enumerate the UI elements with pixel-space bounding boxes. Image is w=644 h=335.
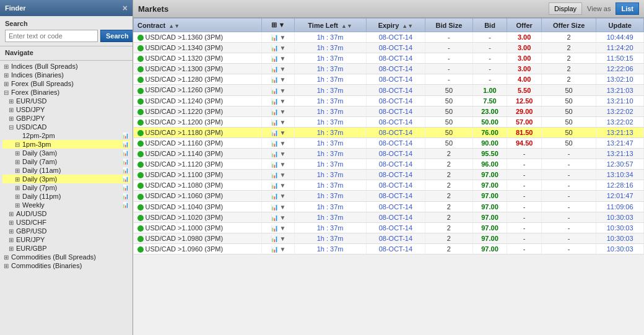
chart-col-icon[interactable]: 📊: [271, 129, 278, 136]
dropdown-icon[interactable]: ▼: [280, 66, 286, 72]
sidebar-item-daily-11am[interactable]: ⊞Daily (11am)📊: [2, 166, 130, 175]
sidebar-item-usd-cad[interactable]: ⊟USD/CAD: [2, 123, 130, 131]
sidebar-item-eur-jpy[interactable]: ⊞EUR/JPY: [2, 235, 130, 244]
cell-time-left: 1h : 37m: [294, 149, 366, 159]
sidebar-item-forex-bin[interactable]: ⊟Forex (Binaries): [2, 88, 130, 97]
table-row[interactable]: USD/CAD >1.1180 (3PM) 📊 ▼ 1h : 37m 08-OC…: [134, 127, 644, 137]
chart-col-icon[interactable]: 📊: [271, 204, 278, 211]
search-input[interactable]: [5, 30, 98, 42]
chart-col-icon[interactable]: 📊: [271, 182, 278, 189]
th-contract[interactable]: Contract ▲▼: [134, 19, 262, 32]
dropdown-icon[interactable]: ▼: [280, 108, 286, 115]
table-row[interactable]: USD/CAD >1.1200 (3PM) 📊 ▼ 1h : 37m 08-OC…: [134, 116, 644, 127]
sidebar-item-forex-bull[interactable]: ⊞Forex (Bull Spreads): [2, 79, 130, 88]
cell-expiry: 08-OCT-14: [366, 106, 425, 116]
display-button[interactable]: Display: [549, 2, 582, 15]
dropdown-icon[interactable]: ▼: [280, 87, 286, 94]
dropdown-icon[interactable]: ▼: [280, 76, 286, 83]
table-row[interactable]: USD/CAD >1.1280 (3PM) 📊 ▼ 1h : 37m 08-OC…: [134, 74, 644, 85]
dropdown-icon[interactable]: ▼: [280, 129, 286, 136]
table-row[interactable]: USD/CAD >1.1120 (3PM) 📊 ▼ 1h : 37m 08-OC…: [134, 159, 644, 170]
dropdown-icon[interactable]: ▼: [280, 225, 286, 232]
close-icon[interactable]: ×: [123, 3, 128, 13]
sidebar-item-commodities-bin[interactable]: ⊞Commodities (Binaries): [2, 261, 130, 270]
sidebar-item-indices-bull[interactable]: ⊞Indices (Bull Spreads): [2, 62, 130, 71]
expander-icon: ⊞: [15, 202, 21, 209]
table-row[interactable]: USD/CAD >1.1040 (3PM) 📊 ▼ 1h : 37m 08-OC…: [134, 201, 644, 212]
sidebar-item-gbp-usd[interactable]: ⊞GBP/USD: [2, 227, 130, 235]
chart-icon: 📊: [122, 193, 129, 199]
dropdown-icon[interactable]: ▼: [280, 172, 286, 178]
table-row[interactable]: USD/CAD >1.1080 (3PM) 📊 ▼ 1h : 37m 08-OC…: [134, 180, 644, 191]
chart-col-icon[interactable]: 📊: [271, 108, 278, 115]
chart-col-icon[interactable]: 📊: [271, 34, 278, 41]
dropdown-icon[interactable]: ▼: [280, 246, 286, 253]
sidebar-item-weekly[interactable]: ⊞Weekly📊: [2, 201, 130, 209]
chart-col-icon[interactable]: 📊: [271, 45, 278, 51]
sidebar-item-daily-11pm[interactable]: ⊞Daily (11pm)📊: [2, 192, 130, 201]
table-row[interactable]: USD/CAD >1.1020 (3PM) 📊 ▼ 1h : 37m 08-OC…: [134, 212, 644, 222]
dropdown-icon[interactable]: ▼: [280, 34, 286, 41]
chart-col-icon[interactable]: 📊: [271, 161, 278, 168]
cell-contract: USD/CAD >1.1140 (3PM): [134, 149, 262, 159]
chart-col-icon[interactable]: 📊: [271, 193, 278, 199]
table-row[interactable]: USD/CAD >1.1260 (3PM) 📊 ▼ 1h : 37m 08-OC…: [134, 85, 644, 95]
dropdown-icon[interactable]: ▼: [280, 98, 286, 105]
dropdown-icon[interactable]: ▼: [280, 204, 286, 211]
search-button[interactable]: Search: [100, 30, 133, 42]
table-row[interactable]: USD/CAD >1.0960 (3PM) 📊 ▼ 1h : 37m 08-OC…: [134, 243, 644, 254]
sidebar-item-usd-chf[interactable]: ⊞USD/CHF: [2, 218, 130, 227]
dropdown-icon[interactable]: ▼: [280, 235, 286, 242]
chart-col-icon[interactable]: 📊: [271, 76, 278, 83]
chart-col-icon[interactable]: 📊: [271, 150, 278, 157]
dropdown-icon[interactable]: ▼: [280, 55, 286, 62]
sidebar-item-indices-bin[interactable]: ⊞Indices (Binaries): [2, 71, 130, 79]
sidebar-item-gbp-jpy[interactable]: ⊞GBP/JPY: [2, 114, 130, 123]
th-time-left[interactable]: Time Left ▲▼: [294, 19, 366, 32]
sidebar-item-daily-7pm[interactable]: ⊞Daily (7pm)📊: [2, 183, 130, 192]
dropdown-icon[interactable]: ▼: [280, 150, 286, 157]
table-row[interactable]: USD/CAD >1.1000 (3PM) 📊 ▼ 1h : 37m 08-OC…: [134, 222, 644, 233]
dropdown-icon[interactable]: ▼: [280, 161, 286, 168]
chart-col-icon[interactable]: 📊: [271, 225, 278, 232]
table-row[interactable]: USD/CAD >1.1160 (3PM) 📊 ▼ 1h : 37m 08-OC…: [134, 137, 644, 148]
chart-col-icon[interactable]: 📊: [271, 172, 278, 178]
sidebar-item-commodities-bull[interactable]: ⊞Commodities (Bull Spreads): [2, 253, 130, 261]
chart-col-icon[interactable]: 📊: [271, 246, 278, 253]
table-row[interactable]: USD/CAD >1.1100 (3PM) 📊 ▼ 1h : 37m 08-OC…: [134, 170, 644, 180]
dropdown-icon[interactable]: ▼: [280, 182, 286, 189]
sidebar-item-usd-jpy[interactable]: ⊞USD/JPY: [2, 105, 130, 114]
dropdown-icon[interactable]: ▼: [280, 140, 286, 147]
dropdown-icon[interactable]: ▼: [280, 214, 286, 221]
list-button[interactable]: List: [616, 2, 639, 15]
table-row[interactable]: USD/CAD >1.0980 (3PM) 📊 ▼ 1h : 37m 08-OC…: [134, 233, 644, 243]
sidebar-item-daily-3am[interactable]: ⊞Daily (3am)📊: [2, 149, 130, 157]
table-row[interactable]: USD/CAD >1.1140 (3PM) 📊 ▼ 1h : 37m 08-OC…: [134, 149, 644, 159]
sidebar-item-daily-3pm[interactable]: ⊞Daily (3pm)📊: [2, 175, 130, 183]
table-row[interactable]: USD/CAD >1.1240 (3PM) 📊 ▼ 1h : 37m 08-OC…: [134, 95, 644, 106]
table-row[interactable]: USD/CAD >1.1220 (3PM) 📊 ▼ 1h : 37m 08-OC…: [134, 106, 644, 116]
table-row[interactable]: USD/CAD >1.1060 (3PM) 📊 ▼ 1h : 37m 08-OC…: [134, 191, 644, 201]
table-row[interactable]: USD/CAD >1.1300 (3PM) 📊 ▼ 1h : 37m 08-OC…: [134, 64, 644, 74]
th-expiry[interactable]: Expiry ▲▼: [366, 19, 425, 32]
table-row[interactable]: USD/CAD >1.1360 (3PM) 📊 ▼ 1h : 37m 08-OC…: [134, 32, 644, 43]
sidebar-item-1pm-3pm[interactable]: ⊟1pm-3pm📊: [2, 140, 130, 149]
sidebar-item-12pm-2pm[interactable]: 12pm-2pm📊: [2, 131, 130, 140]
sidebar-item-aud-usd[interactable]: ⊞AUD/USD: [2, 209, 130, 218]
sidebar-item-eur-usd[interactable]: ⊞EUR/USD: [2, 97, 130, 105]
chart-col-icon[interactable]: 📊: [271, 235, 278, 242]
sidebar-item-daily-7am[interactable]: ⊞Daily (7am)📊: [2, 157, 130, 166]
table-row[interactable]: USD/CAD >1.1320 (3PM) 📊 ▼ 1h : 37m 08-OC…: [134, 53, 644, 64]
dropdown-icon[interactable]: ▼: [280, 119, 286, 126]
chart-col-icon[interactable]: 📊: [271, 214, 278, 221]
sidebar-item-eur-gbp[interactable]: ⊞EUR/GBP: [2, 244, 130, 253]
chart-col-icon[interactable]: 📊: [271, 66, 278, 72]
chart-col-icon[interactable]: 📊: [271, 98, 278, 105]
chart-col-icon[interactable]: 📊: [271, 119, 278, 126]
chart-col-icon[interactable]: 📊: [271, 55, 278, 62]
chart-col-icon[interactable]: 📊: [271, 87, 278, 94]
dropdown-icon[interactable]: ▼: [280, 45, 286, 51]
table-row[interactable]: USD/CAD >1.1340 (3PM) 📊 ▼ 1h : 37m 08-OC…: [134, 43, 644, 53]
chart-col-icon[interactable]: 📊: [271, 140, 278, 147]
dropdown-icon[interactable]: ▼: [280, 193, 286, 199]
